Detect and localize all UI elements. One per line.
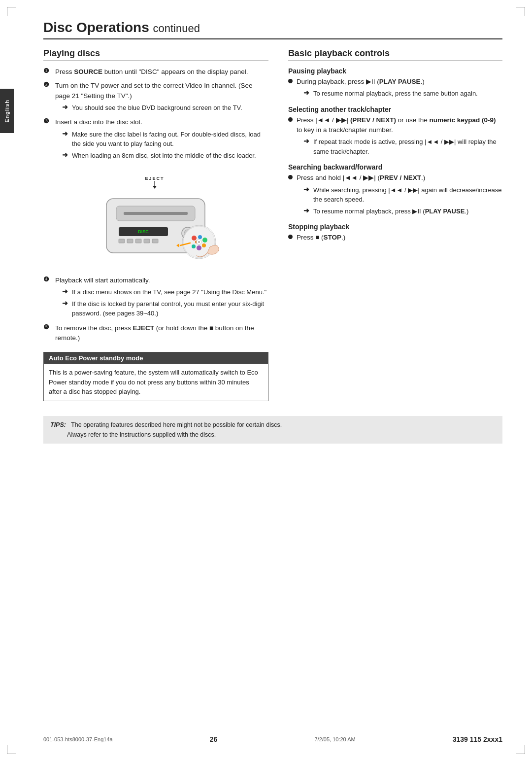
eco-power-body: This is a power-saving feature, the syst… — [44, 364, 268, 401]
pause-content: During playback, press ▶II (PLAY PAUSE.)… — [297, 77, 478, 100]
step-2: ❷ Turn on the TV power and set to the co… — [43, 81, 268, 113]
stopping-title: Stopping playback — [288, 223, 502, 231]
left-column: Playing discs ❶ Press SOURCE button unti… — [43, 48, 268, 401]
svg-point-20 — [202, 243, 206, 247]
corner-mark-tr — [516, 7, 525, 16]
svg-point-17 — [192, 236, 197, 241]
step-1-num: ❶ — [43, 67, 53, 75]
bullet-pause — [288, 79, 293, 83]
stop-item: Press ■ (STOP.) — [288, 233, 502, 242]
arrow-icon-7: ➜ — [303, 137, 310, 145]
sidebar-label-text: English — [4, 100, 10, 123]
step-1-text: Press SOURCE button until "DISC" appears… — [55, 67, 248, 77]
track-arrow-text-1: If repeat track mode is active, pressing… — [313, 137, 502, 156]
pause-text: During playback, press ▶II (PLAY PAUSE.) — [297, 78, 425, 85]
step-2-text: Turn on the TV power and set to the corr… — [55, 82, 253, 99]
search-item: Press and hold |◄◄ / ▶▶| (PREV / NEXT.) … — [288, 173, 502, 217]
step-4-content: Playback will start automatically. ➜ If … — [55, 276, 268, 319]
arrow-icon-3: ➜ — [62, 151, 69, 159]
step-4-arrow-2: ➜ If the disc is locked by parental cont… — [55, 299, 268, 318]
disc-illustration: EJECT DISC — [92, 169, 220, 268]
page-title: Disc Operations continued — [43, 20, 502, 39]
svg-point-22 — [192, 244, 196, 248]
svg-text:DISC: DISC — [138, 229, 149, 234]
svg-point-21 — [197, 245, 201, 250]
step-5-num: ❺ — [43, 323, 53, 331]
basic-controls-title: Basic playback controls — [288, 48, 502, 61]
svg-rect-5 — [124, 212, 188, 215]
step-5-text: To remove the disc, press EJECT (or hold… — [55, 323, 268, 344]
step-3-arrow-text-1: Make sure the disc label is facing out. … — [72, 130, 268, 149]
step-3-arrow-1: ➜ Make sure the disc label is facing out… — [55, 130, 268, 149]
step-3-arrow-2: ➜ When loading an 8cm disc, slot into th… — [55, 151, 268, 161]
track-content: Press |◄◄ / ▶▶| (PREV / NEXT) or use the… — [297, 115, 502, 158]
step-3: ❸ Insert a disc into the disc slot. ➜ Ma… — [43, 117, 268, 161]
tips-box: TIPS: The operating features described h… — [43, 416, 502, 444]
arrow-icon-8: ➜ — [303, 185, 310, 193]
footer: 001-053-hts8000-37-Eng14a 26 7/2/05, 10:… — [0, 735, 532, 743]
searching-title: Searching backward/forward — [288, 163, 502, 171]
svg-rect-11 — [127, 239, 133, 243]
step-2-arrow-1: ➜ You should see the blue DVD background… — [55, 103, 268, 113]
step-4: ❹ Playback will start automatically. ➜ I… — [43, 276, 268, 319]
main-content: Playing discs ❶ Press SOURCE button unti… — [43, 48, 502, 401]
step-3-text: Insert a disc into the disc slot. — [55, 118, 142, 126]
svg-marker-2 — [153, 186, 157, 189]
tips-text-1: The operating features described here mi… — [50, 421, 282, 438]
corner-mark-br — [516, 745, 525, 754]
corner-mark-bl — [7, 745, 16, 754]
right-column: Basic playback controls Pausing playback… — [288, 48, 502, 401]
step-2-num: ❷ — [43, 81, 53, 89]
svg-point-25 — [198, 241, 200, 243]
search-arrow-1: ➜ While searching, pressing |◄◄ / ▶▶| ag… — [297, 185, 502, 205]
footer-date: 7/2/05, 10:20 AM — [314, 736, 355, 742]
footer-doc-id: 001-053-hts8000-37-Eng14a — [43, 736, 113, 742]
arrow-icon-9: ➜ — [303, 207, 310, 214]
step-2-arrow-text-1: You should see the blue DVD background s… — [72, 103, 242, 113]
step-2-content: Turn on the TV power and set to the corr… — [55, 81, 268, 113]
step-1: ❶ Press SOURCE button until "DISC" appea… — [43, 67, 268, 77]
footer-page-number: 26 — [210, 735, 218, 743]
step-4-arrow-text-2: If the disc is locked by parental contro… — [72, 299, 268, 318]
svg-rect-12 — [135, 239, 141, 243]
pausing-playback-title: Pausing playback — [288, 67, 502, 75]
step-4-num: ❹ — [43, 276, 53, 283]
svg-rect-10 — [119, 239, 125, 243]
arrow-icon-6: ➜ — [303, 89, 310, 97]
step-3-num: ❸ — [43, 117, 53, 125]
bullet-stop — [288, 235, 293, 239]
step-4-arrow-1: ➜ If a disc menu shows on the TV, see pa… — [55, 287, 268, 297]
track-item: Press |◄◄ / ▶▶| (PREV / NEXT) or use the… — [288, 115, 502, 158]
stop-text: Press ■ (STOP.) — [297, 233, 345, 242]
search-arrow-text-1: While searching, pressing |◄◄ / ▶▶| agai… — [313, 185, 502, 205]
search-content: Press and hold |◄◄ / ▶▶| (PREV / NEXT.) … — [297, 173, 502, 217]
corner-mark-tl — [7, 7, 16, 16]
arrow-icon-1: ➜ — [62, 103, 69, 111]
pause-item: During playback, press ▶II (PLAY PAUSE.)… — [288, 77, 502, 100]
step-3-arrow-text-2: When loading an 8cm disc, slot into the … — [72, 151, 256, 161]
pause-arrow-1: ➜ To resume normal playback, press the s… — [297, 89, 478, 99]
step-3-content: Insert a disc into the disc slot. ➜ Make… — [55, 117, 268, 161]
arrow-icon-4: ➜ — [62, 287, 69, 295]
step-4-text: Playback will start automatically. — [55, 277, 150, 284]
tips-label: TIPS: — [50, 421, 69, 428]
track-arrow-1: ➜ If repeat track mode is active, pressi… — [297, 137, 502, 156]
svg-text:EJECT: EJECT — [145, 176, 165, 181]
search-arrow-2: ➜ To resume normal playback, press ▶II (… — [297, 207, 502, 216]
page: English Disc Operations continued Playin… — [0, 0, 532, 761]
sidebar-language: English — [0, 89, 14, 133]
pause-arrow-text-1: To resume normal playback, press the sam… — [313, 89, 478, 99]
disc-player-svg: EJECT DISC — [92, 169, 220, 268]
track-text: Press |◄◄ / ▶▶| (PREV / NEXT) or use the… — [297, 116, 496, 134]
svg-point-18 — [198, 235, 202, 239]
svg-rect-14 — [152, 239, 158, 243]
select-track-title: Selecting another track/chapter — [288, 105, 502, 113]
arrow-icon-2: ➜ — [62, 130, 69, 138]
step-4-arrow-text-1: If a disc menu shows on the TV, see page… — [72, 287, 266, 297]
footer-product-code: 3139 115 2xxx1 — [453, 735, 502, 743]
search-text: Press and hold |◄◄ / ▶▶| (PREV / NEXT.) — [297, 174, 425, 181]
step-5: ❺ To remove the disc, press EJECT (or ho… — [43, 323, 268, 344]
search-arrow-text-2: To resume normal playback, press ▶II (PL… — [313, 207, 468, 216]
svg-rect-13 — [144, 239, 150, 243]
arrow-icon-5: ➜ — [62, 299, 69, 307]
